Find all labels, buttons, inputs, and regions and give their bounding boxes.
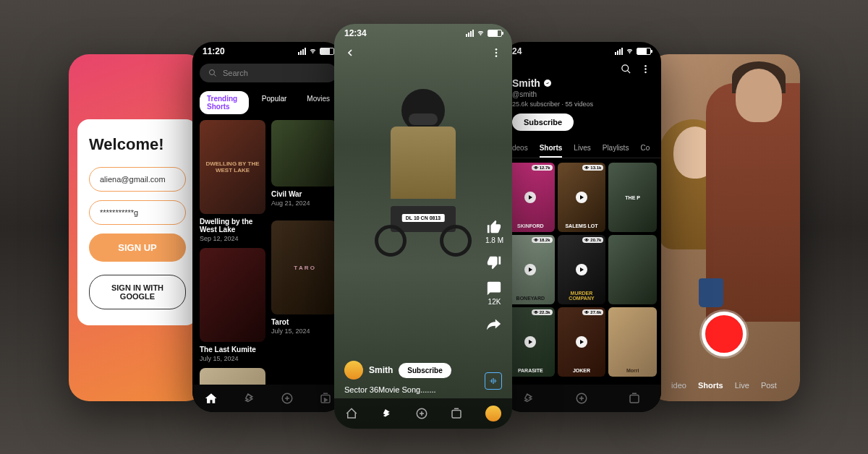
list-item[interactable]: The Last Kumite July 15, 2024 — [200, 248, 265, 362]
shorts-icon[interactable] — [243, 392, 256, 405]
view-count: 👁 12.7k — [532, 165, 553, 171]
bottom-nav — [334, 398, 512, 429]
content-grid: DWELLING BY THE WEST LAKE Dwelling by th… — [192, 120, 344, 389]
more-icon[interactable] — [640, 64, 651, 74]
video-card[interactable]: 👁 18.2kBONEYARD — [506, 235, 555, 304]
browse-screen: 11:20 Search Trending Shorts Popular Mov… — [192, 42, 344, 412]
password-field[interactable]: ***********g — [89, 200, 186, 225]
tab-movies[interactable]: Movies — [299, 91, 337, 114]
tab-post[interactable]: Post — [761, 381, 777, 390]
avatar[interactable] — [344, 361, 363, 380]
audio-wave-icon[interactable] — [485, 372, 502, 390]
battery-icon — [320, 48, 334, 55]
search-input[interactable]: Search — [200, 64, 337, 82]
status-time: 24 — [512, 46, 522, 56]
video-card[interactable]: 👁 27.6kJOKER — [558, 307, 606, 377]
tab-shorts[interactable]: Shorts — [698, 381, 723, 390]
shorts-icon[interactable] — [522, 392, 535, 405]
battery-icon — [488, 30, 502, 37]
subscribe-button[interactable]: Subscribe — [399, 363, 451, 378]
add-icon[interactable] — [415, 407, 428, 420]
item-date: Sep 12, 2024 — [200, 235, 265, 242]
profile-avatar[interactable] — [485, 406, 501, 421]
play-icon — [524, 264, 536, 275]
comment-icon — [486, 280, 502, 296]
item-title: Tarot — [271, 318, 337, 326]
tab-video[interactable]: ideo — [671, 381, 686, 390]
tab-shorts[interactable]: Shorts — [540, 144, 563, 158]
google-signin-button[interactable]: SIGN IN WITH GOOGLE — [89, 275, 186, 309]
subscribe-button[interactable]: Subscribe — [512, 113, 574, 131]
signal-icon — [466, 30, 474, 37]
tab-trending[interactable]: Trending Shorts — [200, 91, 249, 114]
back-icon[interactable] — [344, 47, 356, 59]
video-player-screen: 12:34 DL 10 CN 0813 1.8 M — [334, 24, 512, 429]
camera-mode-tabs: ideo Shorts Live Post — [648, 381, 800, 390]
item-date: July 15, 2024 — [271, 327, 337, 335]
add-icon[interactable] — [575, 392, 588, 405]
tab-playlists[interactable]: Playlists — [603, 144, 629, 152]
shorts-icon[interactable] — [380, 407, 393, 420]
video-card[interactable]: 👁 12.7kSKINFORD — [506, 163, 555, 232]
search-icon[interactable] — [621, 64, 631, 74]
wifi-icon — [308, 48, 318, 55]
video-title: Sector 36Movie Song....... — [344, 385, 502, 394]
list-item[interactable]: DWELLING BY THE WEST LAKE Dwelling by th… — [200, 120, 265, 242]
action-bar: 1.8 M 12K — [485, 219, 503, 332]
play-icon — [524, 192, 536, 203]
thumbnail — [271, 120, 337, 187]
more-icon[interactable] — [490, 47, 502, 59]
tab-community[interactable]: Co — [640, 144, 650, 152]
tab-videos[interactable]: deos — [512, 144, 528, 152]
video-card[interactable]: 👁 20.7kMURDER COMPANY — [558, 235, 606, 304]
status-time: 12:34 — [344, 28, 367, 38]
status-bar: 11:20 — [192, 42, 344, 61]
tab-lives[interactable]: Lives — [574, 144, 590, 152]
like-button[interactable]: 1.8 M — [485, 219, 503, 244]
signup-button[interactable]: SIGN UP — [89, 234, 186, 262]
channel-name[interactable]: Smith — [369, 365, 393, 375]
thumbnail: T A R O — [271, 220, 337, 314]
thumbnail — [200, 248, 265, 342]
play-icon — [576, 264, 587, 275]
library-icon[interactable] — [319, 392, 332, 405]
video-card[interactable]: 👁 22.3kPARASITE — [506, 307, 555, 377]
tab-live[interactable]: Live — [735, 381, 749, 390]
video-card[interactable]: Morri — [608, 307, 657, 377]
svg-point-10 — [644, 68, 647, 70]
profile-tabs: deos Shorts Lives Playlists Co — [502, 138, 661, 158]
list-item[interactable]: T A R O Tarot July 15, 2024 — [271, 220, 337, 362]
view-count: 👁 22.3k — [532, 309, 553, 315]
record-button[interactable] — [702, 312, 746, 356]
item-title: The Last Kumite — [200, 346, 265, 354]
play-icon — [524, 336, 536, 348]
channel-stats: 25.6k subscriber · 55 videos — [512, 100, 651, 108]
share-icon — [486, 316, 502, 332]
library-icon[interactable] — [450, 407, 463, 420]
bottom-nav — [502, 385, 661, 412]
share-button[interactable] — [486, 316, 502, 332]
comment-button[interactable]: 12K — [486, 280, 502, 306]
view-count: 👁 20.7k — [582, 237, 603, 243]
library-icon[interactable] — [628, 392, 641, 405]
thumbs-up-icon — [486, 219, 502, 235]
add-icon[interactable] — [281, 392, 294, 405]
video-card[interactable]: THE P — [608, 163, 657, 232]
view-count: 👁 18.2k — [532, 237, 553, 243]
email-field[interactable]: aliena@gmail.com — [89, 167, 186, 192]
home-icon[interactable] — [205, 392, 218, 405]
video-card[interactable] — [608, 235, 657, 304]
search-icon — [208, 69, 217, 77]
video-card[interactable]: 👁 13.1kSALEMS LOT — [558, 163, 606, 232]
svg-point-3 — [495, 48, 498, 51]
svg-point-8 — [622, 65, 629, 72]
svg-point-4 — [495, 52, 498, 54]
thumbnail: DWELLING BY THE WEST LAKE — [200, 120, 265, 214]
svg-point-9 — [644, 65, 647, 67]
home-icon[interactable] — [345, 407, 358, 420]
status-bar: 24 — [502, 42, 661, 61]
tab-popular[interactable]: Popular — [255, 91, 294, 114]
camera-screen: ideo Shorts Live Post — [648, 54, 800, 401]
dislike-button[interactable] — [486, 254, 502, 270]
signal-icon — [298, 48, 306, 55]
